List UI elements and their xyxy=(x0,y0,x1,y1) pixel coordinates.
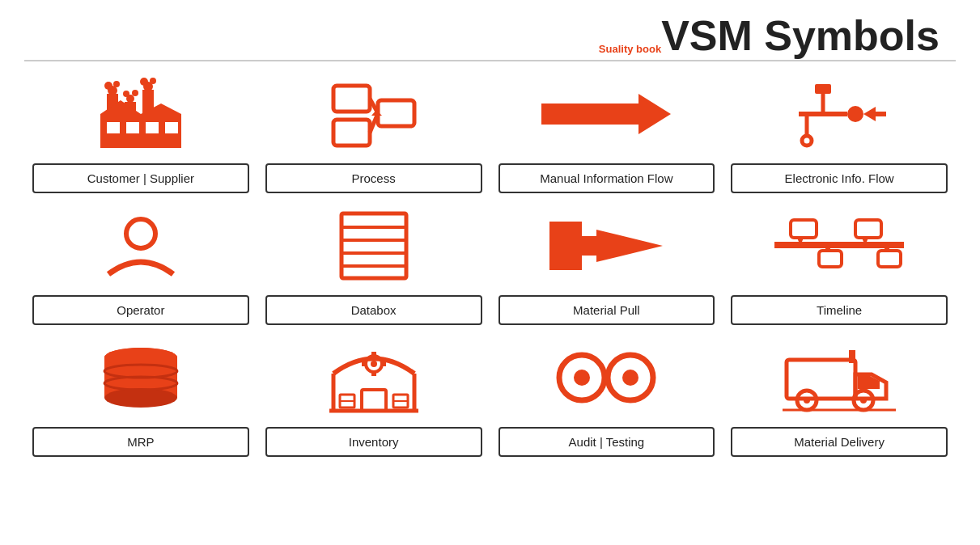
svg-rect-45 xyxy=(774,242,904,248)
manual-info-flow-icon-area xyxy=(498,70,715,158)
symbol-customer-supplier: Customer | Supplier xyxy=(32,70,249,193)
brand-logo: Suality book xyxy=(599,43,661,55)
mrp-icon xyxy=(96,341,185,414)
page-title: VSM Symbols xyxy=(661,15,940,57)
svg-rect-46 xyxy=(791,220,817,238)
svg-rect-23 xyxy=(378,100,414,126)
customer-supplier-label: Customer | Supplier xyxy=(32,163,249,193)
title-area: Suality book VSM Symbols xyxy=(24,0,956,70)
svg-rect-52 xyxy=(878,251,901,267)
brand-name: Suality book xyxy=(599,43,661,55)
inventory-icon-area xyxy=(265,333,482,422)
symbol-timeline: Timeline xyxy=(731,201,948,325)
svg-point-7 xyxy=(113,81,120,87)
inventory-label: Inventory xyxy=(265,427,482,457)
svg-point-77 xyxy=(574,370,590,386)
customer-supplier-icon xyxy=(92,78,189,150)
operator-label: Operator xyxy=(32,295,249,325)
manual-info-flow-label: Manual Information Flow xyxy=(498,163,715,193)
timeline-icon xyxy=(774,213,904,278)
svg-marker-30 xyxy=(863,107,876,121)
svg-rect-42 xyxy=(549,222,582,270)
svg-point-36 xyxy=(126,219,155,248)
mrp-icon-area xyxy=(32,333,249,422)
process-label: Process xyxy=(265,163,482,193)
svg-point-83 xyxy=(860,397,867,403)
svg-point-56 xyxy=(104,388,177,408)
svg-rect-48 xyxy=(855,220,881,238)
material-delivery-label: Material Delivery xyxy=(731,427,948,457)
symbol-operator: Operator xyxy=(32,201,249,325)
svg-rect-20 xyxy=(100,144,181,148)
operator-icon-area xyxy=(32,201,249,290)
operator-icon xyxy=(100,209,181,282)
svg-marker-26 xyxy=(371,110,382,116)
symbol-manual-info-flow: Manual Information Flow xyxy=(498,70,715,193)
material-delivery-icon-area xyxy=(731,333,948,422)
header: Suality book VSM Symbols xyxy=(599,6,956,57)
material-pull-icon xyxy=(549,213,663,278)
svg-rect-69 xyxy=(381,361,386,366)
svg-rect-33 xyxy=(815,84,831,94)
svg-point-35 xyxy=(802,136,812,146)
svg-point-28 xyxy=(847,106,863,122)
svg-rect-21 xyxy=(333,86,370,112)
divider xyxy=(24,60,956,61)
audit-testing-icon-area xyxy=(498,333,715,422)
material-pull-icon-area xyxy=(498,201,715,290)
symbol-electronic-info-flow: Electronic Info. Flow xyxy=(731,70,948,193)
customer-supplier-icon-area xyxy=(32,70,249,158)
databox-icon xyxy=(337,209,410,282)
svg-point-9 xyxy=(123,91,129,97)
symbol-inventory: Inventory xyxy=(265,333,482,457)
svg-marker-44 xyxy=(596,230,663,262)
svg-point-10 xyxy=(132,90,138,96)
svg-rect-67 xyxy=(371,371,376,376)
svg-rect-16 xyxy=(107,122,120,133)
svg-rect-63 xyxy=(362,390,386,411)
svg-rect-19 xyxy=(165,122,178,133)
svg-rect-17 xyxy=(126,122,139,133)
electronic-info-flow-icon-area xyxy=(731,70,948,158)
inventory-icon xyxy=(325,340,422,416)
symbol-audit-testing: Audit | Testing xyxy=(498,333,715,457)
manual-info-flow-icon xyxy=(541,94,671,134)
symbol-material-pull: Material Pull xyxy=(498,201,715,325)
symbol-material-delivery: Material Delivery xyxy=(731,333,948,457)
svg-point-6 xyxy=(104,82,112,90)
electronic-info-flow-label: Electronic Info. Flow xyxy=(731,163,948,193)
svg-rect-79 xyxy=(787,360,855,399)
page: Suality book VSM Symbols xyxy=(0,0,980,545)
svg-point-13 xyxy=(150,78,156,84)
svg-marker-27 xyxy=(541,94,671,134)
svg-rect-43 xyxy=(582,236,596,256)
material-pull-label: Material Pull xyxy=(498,295,715,325)
symbols-grid: Customer | Supplier Proce xyxy=(24,70,956,457)
svg-rect-50 xyxy=(819,251,842,267)
svg-point-65 xyxy=(371,361,377,367)
svg-rect-85 xyxy=(849,350,855,363)
svg-rect-18 xyxy=(146,122,159,133)
mrp-label: MRP xyxy=(32,427,249,457)
svg-point-81 xyxy=(804,397,810,403)
svg-rect-22 xyxy=(333,120,370,146)
process-icon-area xyxy=(265,70,482,158)
databox-label: Databox xyxy=(265,295,482,325)
svg-rect-68 xyxy=(362,361,367,366)
symbol-databox: Databox xyxy=(265,201,482,325)
audit-testing-icon xyxy=(554,345,659,410)
svg-rect-37 xyxy=(342,213,406,278)
timeline-label: Timeline xyxy=(731,295,948,325)
symbol-mrp: MRP xyxy=(32,333,249,457)
symbol-process: Process xyxy=(265,70,482,193)
databox-icon-area xyxy=(265,201,482,290)
material-delivery-icon xyxy=(783,344,896,412)
electronic-info-flow-icon xyxy=(791,78,888,150)
svg-point-12 xyxy=(140,78,148,86)
svg-point-78 xyxy=(622,370,638,386)
timeline-icon-area xyxy=(731,201,948,290)
svg-rect-66 xyxy=(371,352,376,357)
process-icon xyxy=(329,78,418,150)
audit-testing-label: Audit | Testing xyxy=(498,427,715,457)
